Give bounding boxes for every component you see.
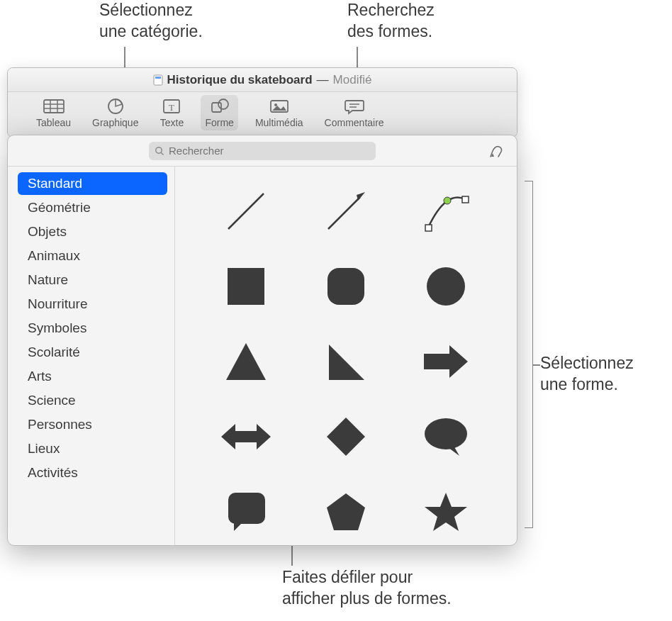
svg-marker-31 <box>327 418 365 456</box>
svg-point-26 <box>427 267 465 306</box>
document-title: Historique du skateboard <box>167 73 313 87</box>
category-sidebar: Standard Géométrie Objets Animaux Nature… <box>8 167 175 545</box>
search-icon <box>155 146 164 156</box>
toolbar-label: Texte <box>160 117 184 128</box>
shape-grid[interactable] <box>175 167 517 545</box>
shape-line[interactable] <box>214 179 278 243</box>
svg-rect-34 <box>228 493 265 524</box>
document-modified-status: Modifié <box>333 73 372 87</box>
shape-square[interactable] <box>214 254 278 318</box>
callout-scroll-more: Faites défiler pour afficher plus de for… <box>282 567 452 610</box>
toolbar-forme[interactable]: Forme <box>201 95 237 130</box>
sidebar-item-geometrie[interactable]: Géométrie <box>18 196 167 219</box>
toolbar-graphique[interactable]: Graphique <box>88 95 142 130</box>
toolbar-label: Forme <box>205 117 233 128</box>
search-field-wrap[interactable] <box>149 142 376 160</box>
svg-point-32 <box>425 418 467 449</box>
search-input[interactable] <box>169 145 370 157</box>
popover-body: Standard Géométrie Objets Animaux Nature… <box>8 167 517 545</box>
callout-search-shapes: Recherchez des formes. <box>347 0 435 43</box>
shape-arrow-right[interactable] <box>414 330 478 393</box>
sidebar-item-personnes[interactable]: Personnes <box>18 413 167 436</box>
svg-marker-37 <box>425 493 467 531</box>
svg-point-16 <box>156 147 162 152</box>
sidebar-item-standard[interactable]: Standard <box>18 172 167 195</box>
toolbar-texte[interactable]: T Texte <box>155 95 188 130</box>
svg-marker-35 <box>234 521 244 531</box>
sidebar-item-animaux[interactable]: Animaux <box>18 245 167 267</box>
toolbar: Tableau Graphique T Texte Forme Multiméd… <box>8 92 517 137</box>
svg-point-11 <box>218 99 228 109</box>
svg-marker-20 <box>357 192 365 201</box>
svg-marker-27 <box>226 343 266 380</box>
svg-line-18 <box>228 194 264 229</box>
draw-tool-button[interactable] <box>488 142 505 162</box>
svg-text:T: T <box>169 102 174 113</box>
shape-pentagon[interactable] <box>314 480 378 544</box>
shape-curve[interactable] <box>414 179 478 243</box>
shape-right-triangle[interactable] <box>314 330 378 393</box>
sidebar-item-nourriture[interactable]: Nourriture <box>18 293 167 315</box>
sidebar-item-science[interactable]: Science <box>18 389 167 412</box>
svg-point-13 <box>274 103 277 106</box>
shape-arrow-line[interactable] <box>314 179 378 243</box>
svg-line-17 <box>161 152 163 155</box>
shapes-popover: Standard Géométrie Objets Animaux Nature… <box>7 135 517 546</box>
svg-point-23 <box>444 197 451 204</box>
svg-rect-2 <box>44 100 64 113</box>
svg-rect-25 <box>327 268 364 305</box>
toolbar-tableau[interactable]: Tableau <box>32 95 75 130</box>
window-titlebar: Historique du skateboard — Modifié <box>8 68 517 92</box>
callout-bracket <box>525 181 533 528</box>
svg-marker-33 <box>448 446 459 456</box>
shape-speech-bubble[interactable] <box>414 405 478 469</box>
svg-rect-22 <box>462 196 469 203</box>
toolbar-label: Tableau <box>36 117 71 128</box>
svg-rect-1 <box>155 77 161 79</box>
sidebar-item-activites[interactable]: Activités <box>18 461 167 484</box>
toolbar-commentaire[interactable]: Commentaire <box>320 95 388 130</box>
svg-marker-36 <box>327 493 365 530</box>
svg-rect-21 <box>425 225 432 231</box>
sidebar-item-objets[interactable]: Objets <box>18 220 167 243</box>
callout-select-shape: Sélectionnez une forme. <box>540 353 634 396</box>
toolbar-label: Commentaire <box>325 117 384 128</box>
shape-circle[interactable] <box>414 254 478 318</box>
shape-star[interactable] <box>414 480 478 544</box>
svg-marker-28 <box>329 345 364 380</box>
sidebar-item-symboles[interactable]: Symboles <box>18 317 167 340</box>
svg-marker-30 <box>221 424 271 449</box>
sidebar-item-nature[interactable]: Nature <box>18 269 167 291</box>
popover-header <box>8 135 517 167</box>
callout-line <box>533 364 540 366</box>
document-icon <box>153 74 163 86</box>
shape-diamond[interactable] <box>314 405 378 469</box>
shape-triangle[interactable] <box>214 330 278 393</box>
shape-callout-rect[interactable] <box>214 480 278 544</box>
toolbar-multimedia[interactable]: Multimédia <box>251 95 308 130</box>
toolbar-label: Graphique <box>92 117 138 128</box>
shape-rounded-square[interactable] <box>314 254 378 318</box>
title-separator: — <box>317 73 329 87</box>
app-window: Historique du skateboard — Modifié Table… <box>7 67 517 138</box>
sidebar-item-arts[interactable]: Arts <box>18 365 167 388</box>
sidebar-item-scolarite[interactable]: Scolarité <box>18 341 167 364</box>
svg-rect-24 <box>228 268 264 305</box>
svg-line-19 <box>328 197 360 229</box>
callout-select-category: Sélectionnez une catégorie. <box>99 0 203 43</box>
toolbar-label: Multimédia <box>255 117 303 128</box>
sidebar-item-lieux[interactable]: Lieux <box>18 437 167 460</box>
shape-arrow-bidir[interactable] <box>214 405 278 469</box>
svg-marker-29 <box>424 345 468 378</box>
